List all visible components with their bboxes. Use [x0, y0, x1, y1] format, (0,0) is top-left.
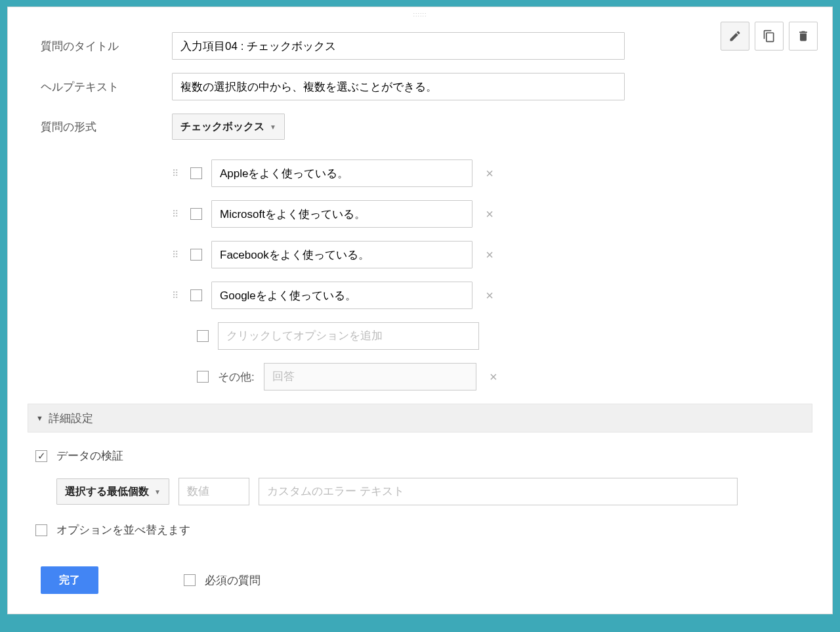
validation-type-dropdown[interactable]: 選択する最低個数 ▼: [56, 478, 169, 505]
remove-option-button[interactable]: ×: [483, 288, 496, 303]
validation-controls: 選択する最低個数 ▼: [56, 478, 805, 505]
required-checkbox[interactable]: [184, 574, 196, 586]
validation-number-input[interactable]: [178, 478, 249, 505]
duplicate-button[interactable]: [755, 22, 784, 51]
remove-other-button[interactable]: ×: [487, 369, 500, 385]
card-footer: 完了 必須の質問: [8, 558, 832, 614]
question-editor-card: :::::: 質問のタイトル ヘルプテキスト 質問の形式 チェックボックス ▼: [7, 7, 833, 614]
reorder-row: オプションを並べ替えます: [35, 522, 805, 537]
question-title-input[interactable]: [172, 32, 625, 60]
advanced-header-label: 詳細設定: [49, 411, 93, 426]
data-validation-checkbox[interactable]: [35, 450, 47, 462]
copy-icon: [763, 30, 776, 43]
option-input[interactable]: [211, 282, 472, 309]
data-validation-label: データの検証: [56, 448, 123, 463]
option-checkbox: [190, 249, 202, 261]
option-checkbox: [190, 167, 202, 179]
option-checkbox: [197, 371, 209, 383]
triangle-down-icon: ▼: [36, 414, 43, 422]
other-label: その他:: [218, 369, 255, 385]
options-list: ⠿ × ⠿ × ⠿ × ⠿ ×: [172, 159, 806, 390]
option-row: ⠿ ×: [172, 159, 806, 187]
caret-down-icon: ▼: [154, 488, 161, 495]
option-row: ⠿ ×: [172, 200, 806, 228]
caret-down-icon: ▼: [270, 123, 276, 131]
pencil-icon: [728, 30, 742, 43]
question-title-label: 質問のタイトル: [41, 39, 172, 54]
delete-button[interactable]: [789, 22, 818, 51]
edit-button[interactable]: [721, 22, 749, 51]
option-input[interactable]: [211, 200, 472, 228]
option-input[interactable]: [211, 241, 472, 268]
drag-handle-icon[interactable]: ⠿: [172, 212, 184, 217]
done-button[interactable]: 完了: [41, 566, 98, 594]
card-toolbar: [721, 22, 818, 51]
option-checkbox: [190, 208, 202, 220]
required-row: 必須の質問: [184, 573, 261, 588]
remove-option-button[interactable]: ×: [483, 207, 496, 222]
remove-option-button[interactable]: ×: [483, 166, 496, 181]
drag-handle-icon[interactable]: ⠿: [172, 253, 184, 257]
question-type-label: 質問の形式: [41, 119, 172, 135]
card-drag-handle[interactable]: ::::::: [8, 7, 832, 19]
reorder-label: オプションを並べ替えます: [56, 522, 190, 537]
drag-handle-icon[interactable]: ⠿: [172, 293, 184, 298]
required-label: 必須の質問: [205, 573, 261, 588]
question-type-value: チェックボックス: [180, 120, 264, 134]
other-option-row: その他: ×: [190, 363, 806, 390]
advanced-header[interactable]: ▼ 詳細設定: [28, 404, 812, 432]
option-input[interactable]: [211, 159, 472, 187]
form-area: 質問のタイトル ヘルプテキスト 質問の形式 チェックボックス ▼ ⠿ × ⠿: [8, 19, 832, 390]
trash-icon: [797, 30, 810, 43]
option-checkbox: [190, 289, 202, 301]
validation-type-value: 選択する最低個数: [65, 485, 149, 499]
validation-error-input[interactable]: [259, 478, 738, 505]
advanced-body: データの検証 選択する最低個数 ▼ オプションを並べ替えます: [28, 432, 812, 558]
remove-option-button[interactable]: ×: [483, 247, 496, 263]
add-option-input[interactable]: [218, 322, 479, 350]
drag-handle-icon[interactable]: ⠿: [172, 171, 184, 176]
advanced-settings: ▼ 詳細設定 データの検証 選択する最低個数 ▼ オプションを並べ替えます: [28, 404, 812, 558]
option-row: ⠿ ×: [172, 282, 806, 309]
help-text-label: ヘルプテキスト: [41, 79, 172, 95]
option-row: ⠿ ×: [172, 241, 806, 268]
help-text-input[interactable]: [172, 73, 625, 100]
add-option-row: [190, 322, 806, 350]
option-checkbox: [197, 330, 209, 342]
data-validation-row: データの検証: [35, 448, 805, 463]
other-answer-input[interactable]: [264, 363, 476, 390]
question-type-dropdown[interactable]: チェックボックス ▼: [172, 114, 285, 140]
reorder-checkbox[interactable]: [35, 524, 47, 536]
